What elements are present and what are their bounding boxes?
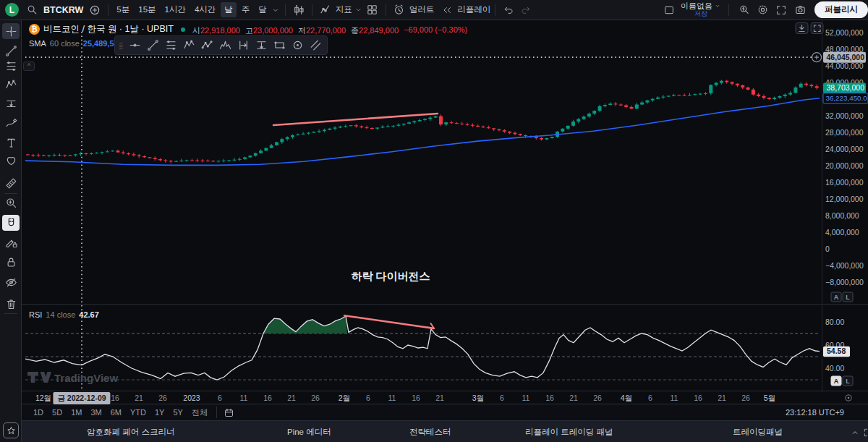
timeframe-15분[interactable]: 15분 bbox=[135, 2, 159, 17]
range-YTD[interactable]: YTD bbox=[126, 407, 150, 418]
publish-button[interactable]: 퍼블리시 bbox=[814, 1, 868, 18]
zoom-in-tool[interactable] bbox=[2, 195, 20, 211]
symbol-search[interactable]: BTCKRW bbox=[23, 1, 86, 19]
timeframe-날[interactable]: 날 bbox=[221, 2, 237, 17]
trend-line-tool[interactable] bbox=[2, 43, 20, 59]
svg-text:28,000,000: 28,000,000 bbox=[825, 128, 864, 137]
horizontal-line-tool[interactable] bbox=[126, 38, 143, 54]
symbol-title[interactable]: 비트코인 / 한국 원 · 1날 · UPBIT bbox=[43, 23, 174, 35]
alert-button[interactable]: 얼러트 bbox=[391, 1, 435, 19]
drag-handle-icon[interactable]: ⣿ bbox=[118, 44, 125, 47]
time-axis[interactable]: 12월16212620236111621262월61116213월6111621… bbox=[22, 391, 868, 404]
lock-drawings-tool[interactable] bbox=[2, 254, 20, 270]
go-to-realtime-icon[interactable] bbox=[843, 393, 854, 403]
timeframe-list: 5분15분1시간4시간날주달 bbox=[113, 2, 271, 17]
range-1D[interactable]: 1D bbox=[29, 407, 48, 418]
save-button[interactable]: 저장 bbox=[694, 10, 707, 17]
clock-label[interactable]: 23:12:18 UTC+9 bbox=[786, 408, 844, 417]
cursor-crosshair-tool[interactable] bbox=[2, 23, 20, 39]
time-label: 6 bbox=[366, 394, 370, 402]
range-6M[interactable]: 6M bbox=[106, 407, 126, 418]
time-label: 16 bbox=[694, 394, 702, 402]
timeframe-4시간[interactable]: 4시간 bbox=[191, 2, 219, 17]
panel-maximize-icon[interactable] bbox=[859, 424, 868, 441]
range-5D[interactable]: 5D bbox=[48, 407, 67, 418]
stay-drawing-mode-tool[interactable] bbox=[2, 234, 20, 250]
svg-text:36,223,450.0: 36,223,450.0 bbox=[826, 94, 868, 102]
indicators-chevron-icon[interactable] bbox=[354, 1, 364, 19]
date-range-tool[interactable] bbox=[234, 38, 252, 54]
crosshair-date-label: 금 2022-12-09 bbox=[53, 392, 110, 404]
time-label: 11 bbox=[240, 394, 248, 402]
parallel-channel-tool[interactable] bbox=[307, 38, 324, 54]
emoji-tool[interactable] bbox=[2, 153, 20, 169]
rectangle-tool[interactable] bbox=[271, 38, 288, 54]
remove-drawings-tool[interactable] bbox=[2, 296, 20, 312]
time-label: 2023 bbox=[183, 394, 200, 402]
elliott-wave-tool[interactable] bbox=[180, 38, 197, 54]
range-3M[interactable]: 3M bbox=[86, 407, 106, 418]
time-label: 6 bbox=[648, 394, 652, 402]
rsi-line bbox=[25, 316, 820, 380]
divider bbox=[495, 4, 495, 16]
legend-collapse-button[interactable]: ^ bbox=[23, 61, 35, 71]
timeframe-5분[interactable]: 5분 bbox=[113, 2, 133, 17]
timeframe-1시간[interactable]: 1시간 bbox=[161, 2, 190, 17]
bitcoin-icon: ₿ bbox=[29, 24, 40, 35]
range-5Y[interactable]: 5Y bbox=[169, 407, 187, 418]
rsi-legend[interactable]: RSI 14 close 42.67 bbox=[29, 308, 99, 320]
divider bbox=[216, 407, 217, 418]
fib-levels-tool[interactable] bbox=[162, 38, 179, 54]
alert-label: 얼러트 bbox=[409, 4, 435, 15]
brush-tool[interactable] bbox=[2, 115, 20, 131]
quick-search-icon[interactable] bbox=[735, 1, 752, 19]
chart-canvas[interactable]: 하락 다이버전스TradingView52,000,00048,000,0004… bbox=[22, 20, 868, 391]
svg-text:20,000,000: 20,000,000 bbox=[825, 161, 864, 170]
tab-리플레이 트레이딩 패널[interactable]: 리플레이 트레이딩 패널 bbox=[525, 427, 613, 438]
chart-type-candles-icon[interactable] bbox=[290, 1, 307, 19]
alert-clock-icon bbox=[391, 1, 408, 19]
layout-icon[interactable] bbox=[660, 1, 678, 19]
text-tool[interactable] bbox=[2, 135, 20, 150]
timeframe-menu-chevron-icon[interactable] bbox=[271, 1, 281, 19]
magnet-tool[interactable] bbox=[2, 215, 20, 231]
tab-암호화폐 페어 스크리너[interactable]: 암호화폐 페어 스크리너 bbox=[87, 427, 174, 438]
tab-트레이딩패널[interactable]: 트레이딩패널 bbox=[733, 427, 783, 438]
fib-retracement-tool[interactable] bbox=[2, 58, 20, 74]
user-avatar[interactable]: L bbox=[5, 3, 19, 17]
ruler-tool[interactable] bbox=[2, 175, 20, 191]
replay-button[interactable]: 리플레이 bbox=[438, 1, 490, 19]
floating-drawing-toolbar[interactable]: ⣿ bbox=[114, 35, 328, 55]
indicators-button[interactable]: 지표 bbox=[317, 1, 364, 19]
divider bbox=[386, 4, 386, 16]
indicator-templates-icon[interactable] bbox=[364, 1, 381, 19]
tab-Pine 에디터[interactable]: Pine 에디터 bbox=[287, 427, 331, 438]
svg-text:−4,000,000: −4,000,000 bbox=[825, 261, 864, 270]
redo-icon[interactable] bbox=[517, 1, 535, 19]
hide-drawings-tool[interactable] bbox=[2, 274, 20, 290]
trend-line-tool[interactable] bbox=[144, 38, 161, 54]
favorites-star-button[interactable] bbox=[3, 422, 19, 438]
range-전체[interactable]: 전체 bbox=[187, 406, 212, 420]
ohlc-values: 시22,918,000고23,000,000저22,770,000종22,849… bbox=[192, 23, 399, 36]
head-shoulders-tool[interactable] bbox=[216, 38, 234, 54]
svg-text:L: L bbox=[846, 294, 850, 301]
xabcd-pattern-tool[interactable] bbox=[2, 77, 20, 93]
layout-name-menu[interactable]: 이름없음 저장 bbox=[681, 2, 721, 17]
range-1M[interactable]: 1M bbox=[67, 407, 86, 418]
tab-전략테스터[interactable]: 전략테스터 bbox=[409, 427, 451, 438]
compare-add-icon[interactable] bbox=[86, 1, 103, 19]
position-forecast-tool[interactable] bbox=[2, 95, 20, 111]
timeframe-주[interactable]: 주 bbox=[238, 2, 254, 17]
screenshot-camera-icon[interactable] bbox=[791, 1, 809, 19]
go-to-date-calendar-icon[interactable] bbox=[221, 405, 237, 420]
abcd-pattern-tool[interactable] bbox=[198, 38, 216, 54]
fullscreen-icon[interactable] bbox=[773, 1, 790, 19]
price-range-tool[interactable] bbox=[252, 38, 270, 54]
circle-tool[interactable] bbox=[289, 38, 306, 54]
rsi-trendline bbox=[344, 315, 434, 328]
timeframe-달[interactable]: 달 bbox=[255, 2, 271, 17]
settings-gear-icon[interactable] bbox=[754, 1, 771, 19]
range-1Y[interactable]: 1Y bbox=[150, 407, 169, 418]
undo-icon[interactable] bbox=[500, 1, 517, 19]
